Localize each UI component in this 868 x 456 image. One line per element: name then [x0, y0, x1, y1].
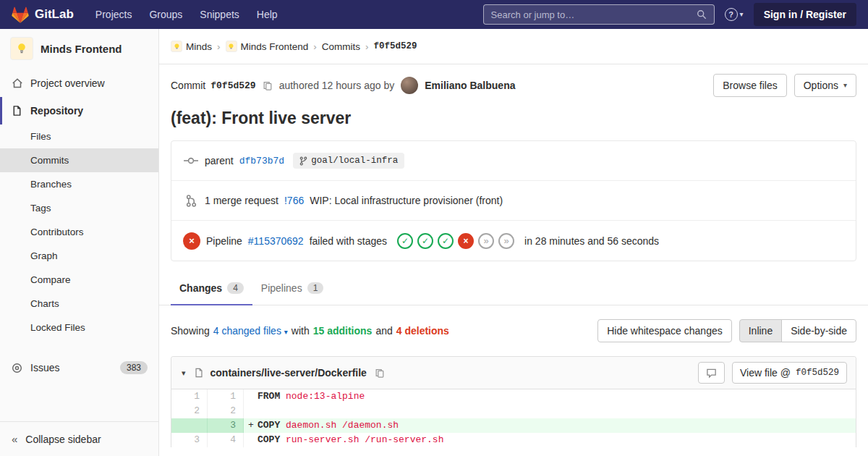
breadcrumb-item-commits[interactable]: Commits — [322, 41, 360, 52]
tab-changes[interactable]: Changes 4 — [171, 273, 252, 305]
diff-sign — [248, 404, 258, 418]
inline-view-button[interactable]: Inline — [739, 319, 782, 342]
parent-row: parent dfb73b7d goal/local-infra — [171, 141, 856, 181]
gitlab-logo[interactable]: GitLab — [12, 7, 74, 23]
sign-in-button[interactable]: Sign in / Register — [754, 3, 856, 26]
sidebar-item-compare[interactable]: Compare — [0, 268, 158, 292]
commit-label: Commit — [171, 80, 205, 91]
help-menu[interactable]: ? ▾ — [725, 8, 744, 21]
hide-whitespace-button[interactable]: Hide whitespace changes — [597, 319, 732, 342]
chevron-down-icon: ▾ — [740, 11, 744, 18]
project-sidebar: Minds Frontend Project overview Reposito… — [0, 29, 159, 456]
copy-sha-button[interactable] — [261, 79, 274, 93]
pipeline-duration: in 28 minutes and 56 seconds — [524, 235, 659, 247]
sidebar-item-label: Commits — [30, 155, 69, 166]
lightbulb-icon — [173, 43, 181, 51]
line-number-old[interactable]: 2 — [171, 404, 208, 418]
nav-menu-projects[interactable]: Projects — [87, 1, 141, 28]
line-number-new[interactable]: 4 — [208, 433, 244, 447]
line-number-old[interactable]: 3 — [171, 433, 208, 447]
diff-sign: + — [248, 418, 258, 433]
parent-sha-link[interactable]: dfb73b7d — [239, 156, 284, 166]
tab-pipelines[interactable]: Pipelines 1 — [252, 273, 333, 305]
browse-files-button[interactable]: Browse files — [713, 74, 786, 97]
sidebar-item-charts[interactable]: Charts — [0, 292, 158, 316]
diff-sign — [248, 433, 258, 447]
pipeline-row: × Pipeline #115370692 failed with stages… — [171, 221, 856, 261]
sidebar-item-branches[interactable]: Branches — [0, 172, 158, 196]
nav-menu-snippets[interactable]: Snippets — [191, 1, 247, 28]
pipeline-stage-passed-icon[interactable]: ✓ — [438, 233, 454, 249]
sidebar-item-repository[interactable]: Repository — [0, 97, 158, 124]
collapse-sidebar-button[interactable]: « Collapse sidebar — [0, 421, 158, 456]
sidebar-item-graph[interactable]: Graph — [0, 244, 158, 268]
pipeline-stage-skipped-icon[interactable]: » — [478, 233, 494, 249]
pipeline-label: Pipeline — [206, 235, 242, 247]
repository-subnav: FilesCommitsBranchesTagsContributorsGrap… — [0, 124, 158, 339]
and-label: and — [375, 325, 392, 337]
line-number-old[interactable]: 1 — [171, 389, 208, 404]
pipeline-id-link[interactable]: #115370692 — [248, 235, 304, 247]
commit-actions: Browse files Options ▾ — [713, 74, 856, 97]
sidebar-item-files[interactable]: Files — [0, 124, 158, 148]
search-input[interactable] — [491, 9, 691, 20]
branch-chip[interactable]: goal/local-infra — [293, 153, 404, 169]
code-token-kw: FROM — [258, 391, 280, 402]
sidebar-project-link[interactable]: Minds Frontend — [0, 29, 158, 69]
line-number-new[interactable]: 1 — [208, 389, 244, 404]
breadcrumb-label: f0f5d529 — [374, 41, 417, 51]
pipeline-stage-failed-icon[interactable]: × — [458, 233, 474, 249]
showing-label: Showing — [171, 325, 210, 337]
sidebar-item-contributors[interactable]: Contributors — [0, 220, 158, 244]
project-avatar — [10, 37, 33, 60]
breadcrumb-label: Commits — [322, 41, 360, 52]
search-box[interactable] — [483, 4, 715, 25]
sidebar-item-issues[interactable]: Issues 383 — [0, 354, 158, 381]
author-avatar[interactable] — [401, 77, 418, 94]
diff-file-name[interactable]: containers/live-server/Dockerfile — [210, 367, 367, 379]
pipeline-stage-passed-icon[interactable]: ✓ — [417, 233, 433, 249]
comment-icon — [706, 368, 717, 379]
diff-line: 11 FROM node:13-alpine — [171, 389, 856, 404]
diff-summary-bar: Showing 4 changed files ▾ with 15 additi… — [159, 305, 868, 356]
sidebar-item-label: Tags — [30, 203, 51, 214]
tanuki-icon — [12, 7, 29, 23]
line-number-old[interactable] — [171, 418, 208, 433]
commit-tabs: Changes 4 Pipelines 1 — [159, 273, 868, 305]
line-number-new[interactable]: 3 — [208, 418, 244, 433]
nav-menu-help[interactable]: Help — [248, 1, 286, 28]
sidebar-project-name: Minds Frontend — [41, 43, 122, 55]
sidebar-item-label: Files — [30, 131, 51, 142]
options-button[interactable]: Options ▾ — [794, 74, 856, 97]
merge-request-icon — [183, 195, 199, 207]
collapse-diff-caret-icon[interactable]: ▾ — [180, 367, 187, 379]
breadcrumb-item-minds[interactable]: Minds — [171, 41, 212, 52]
sidebar-item-tags[interactable]: Tags — [0, 196, 158, 220]
code-cell: FROM node:13-alpine — [244, 389, 856, 404]
code-token-str: daemon.sh /daemon.sh — [280, 420, 399, 431]
mr-id-link[interactable]: !766 — [284, 195, 304, 206]
pipeline-stage-skipped-icon[interactable]: » — [498, 233, 514, 249]
branch-icon — [299, 156, 307, 166]
copy-icon — [375, 368, 385, 379]
pipelines-count-badge: 1 — [307, 282, 324, 294]
collapse-label: Collapse sidebar — [25, 434, 101, 445]
sidebar-item-locked-files[interactable]: Locked Files — [0, 316, 158, 339]
nav-menu-groups[interactable]: Groups — [140, 1, 191, 28]
tab-label: Pipelines — [261, 282, 302, 294]
line-number-new[interactable]: 2 — [208, 404, 244, 418]
view-file-button[interactable]: View file @ f0f5d529 — [732, 362, 847, 384]
branch-name: goal/local-infra — [311, 156, 398, 166]
pipeline-stage-passed-icon[interactable]: ✓ — [397, 233, 413, 249]
author-name-link[interactable]: Emiliano Balbuena — [425, 80, 515, 91]
breadcrumb-item-minds-frontend[interactable]: Minds Frontend — [226, 41, 309, 52]
pipeline-failed-icon[interactable]: × — [183, 232, 200, 250]
code-cell: COPY run-server.sh /run-server.sh — [244, 433, 856, 447]
changed-files-dropdown[interactable]: 4 changed files ▾ — [213, 325, 288, 337]
diff-line: 22 — [171, 404, 856, 418]
comment-button[interactable] — [698, 362, 725, 384]
sidebar-item-project-overview[interactable]: Project overview — [0, 69, 158, 97]
side-by-side-view-button[interactable]: Side-by-side — [781, 319, 856, 342]
sidebar-item-commits[interactable]: Commits — [0, 148, 158, 172]
copy-file-path-button[interactable] — [373, 366, 386, 380]
